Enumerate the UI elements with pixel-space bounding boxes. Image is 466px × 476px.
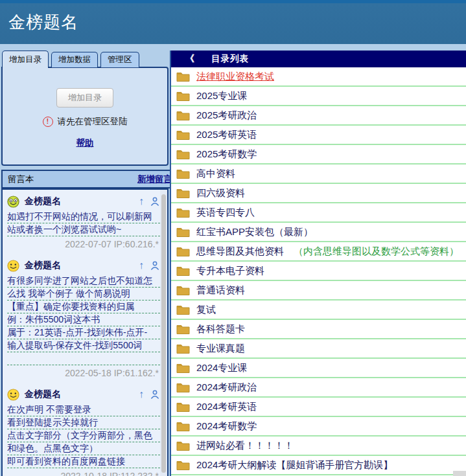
folder-icon: [176, 71, 190, 82]
message-author: 金榜题名: [25, 260, 61, 271]
directory-link[interactable]: 2025考研政治: [196, 109, 257, 122]
up-arrow-icon[interactable]: ↑: [139, 389, 144, 400]
directory-row[interactable]: 进网站必看！！！！！: [171, 436, 466, 456]
directory-link[interactable]: 红宝书APP安装包（最新）: [196, 226, 313, 238]
message-line: 点击文字部分（文字分两部分，黑色: [7, 429, 160, 442]
folder-icon: [176, 227, 190, 237]
tab-admin-area[interactable]: 管理区: [100, 52, 139, 67]
directory-row[interactable]: 2024考研政治: [171, 378, 466, 398]
directory-link[interactable]: 法律职业资格考试: [196, 71, 274, 83]
directory-row[interactable]: 2024考研英语: [171, 398, 466, 417]
directory-link[interactable]: 2025考研数学: [196, 148, 257, 161]
directory-row[interactable]: 2024考研大纲解读【腿姐背诵手册官方勘误】: [171, 456, 466, 475]
header-top-stripe: [0, 0, 466, 3]
message-item: 金榜题名↑如遇打不开网站的情况，可以刷新网站或者换一个浏览器试试哟~2022-0…: [7, 194, 160, 254]
tab-add-directory[interactable]: 增加目录: [2, 51, 49, 68]
directory-row[interactable]: 高中资料: [171, 164, 466, 184]
directory-note: （内含思维导图以及数学公式等资料）: [294, 245, 459, 258]
message-line: 即可看到资料的百度网盘链接: [7, 455, 160, 468]
directory-row[interactable]: 2025考研政治: [171, 106, 466, 126]
message-item: 金榜题名↑有很多同学进了网站之后也不知道怎么找 我举个例子 做个简易说明【重点】…: [7, 258, 160, 383]
directory-link[interactable]: 2024考研政治: [196, 381, 257, 394]
directory-link[interactable]: 专升本电子资料: [196, 265, 264, 277]
tab-add-data[interactable]: 增加数据: [51, 52, 98, 67]
directory-row[interactable]: 专升本电子资料: [171, 262, 466, 281]
message-scrollbar-thumb[interactable]: [161, 194, 166, 473]
directory-link[interactable]: 思维导图及其他资料: [196, 245, 284, 258]
message-line: [7, 352, 160, 365]
up-arrow-icon[interactable]: ↑: [139, 196, 144, 207]
user-icon[interactable]: [150, 389, 160, 400]
directory-link[interactable]: 2025考研英语: [196, 129, 257, 141]
directory-link[interactable]: 英语专四专八: [196, 207, 255, 219]
login-warning: ! 请先在管理区登陆: [3, 116, 167, 128]
message-line: 如遇打不开网站的情况，可以刷新网: [7, 210, 160, 223]
directory-link[interactable]: 专业课真题: [196, 343, 245, 355]
directory-row[interactable]: 复试: [171, 300, 466, 320]
directory-link[interactable]: 2024考研大纲解读【腿姐背诵手册官方勘误】: [196, 459, 393, 471]
new-message-link[interactable]: 新增留言: [137, 174, 172, 185]
message-scrollbar-track[interactable]: [160, 190, 167, 476]
directory-link[interactable]: 进网站必看！！！！！: [196, 440, 294, 452]
horizontal-scrollbar-thumb[interactable]: [453, 471, 466, 476]
directory-link[interactable]: 2024考研数学: [196, 420, 257, 433]
message-date: 2022-07-07 IP:60.216.*: [7, 236, 160, 254]
message-date: 2022-10-18 IP:112.232.*: [7, 468, 160, 476]
folder-icon: [176, 246, 190, 256]
user-icon[interactable]: [150, 196, 160, 207]
up-arrow-icon[interactable]: ↑: [139, 260, 144, 271]
directory-row[interactable]: 四六级资料: [171, 184, 466, 203]
folder-icon: [176, 168, 190, 179]
folder-icon: [176, 91, 190, 101]
warning-icon: !: [43, 117, 53, 127]
directory-row[interactable]: 2024考研数学: [171, 417, 466, 436]
collapse-icon[interactable]: 《: [185, 53, 194, 65]
directory-link[interactable]: 普通话资料: [196, 284, 245, 297]
folder-icon: [176, 421, 190, 431]
directory-link[interactable]: 高中资料: [196, 168, 235, 180]
directory-row[interactable]: 思维导图及其他资料（内含思维导图以及数学公式等资料）: [171, 242, 466, 262]
directory-row[interactable]: 普通话资料: [171, 281, 466, 300]
user-icon[interactable]: [150, 260, 160, 271]
message-line: 看到登陆提示关掉就行: [7, 416, 160, 429]
directory-row[interactable]: 2025专业课: [171, 87, 466, 106]
message-item: 金榜题名↑在次声明 不需要登录看到登陆提示关掉就行点击文字部分（文字分两部分，黑…: [7, 387, 160, 476]
tab-bar: 增加目录 增加数据 管理区: [2, 51, 142, 67]
message-board-panel: 金榜题名↑如遇打不开网站的情况，可以刷新网站或者换一个浏览器试试哟~2022-0…: [1, 188, 169, 476]
directory-row[interactable]: 专业课真题: [171, 339, 466, 359]
directory-panel: 《 目录列表 法律职业资格考试2025专业课2025考研政治2025考研英语20…: [170, 51, 466, 476]
directory-row[interactable]: 2025考研数学: [171, 145, 466, 164]
directory-link[interactable]: 复试: [196, 304, 216, 316]
directory-link[interactable]: 各科答题卡: [196, 323, 245, 335]
directory-list: 法律职业资格考试2025专业课2025考研政治2025考研英语2025考研数学高…: [171, 67, 466, 475]
directory-row[interactable]: 英语专四专八: [171, 203, 466, 223]
message-line: 站或者换一个浏览器试试哟~: [7, 223, 160, 236]
directory-row[interactable]: 各科答题卡: [171, 320, 466, 339]
message-board-title: 留言本: [8, 174, 34, 185]
directory-link[interactable]: 2024考研英语: [196, 401, 257, 413]
add-directory-button[interactable]: 增加目录: [56, 88, 113, 108]
message-header: 金榜题名↑: [7, 387, 160, 402]
folder-icon: [176, 285, 190, 295]
message-author: 金榜题名: [25, 389, 61, 400]
message-author: 金榜题名: [25, 196, 61, 207]
directory-link[interactable]: 2024专业课: [196, 362, 247, 374]
directory-row[interactable]: 2025考研英语: [171, 126, 466, 145]
directory-link[interactable]: 2025专业课: [196, 90, 247, 102]
directory-title: 目录列表: [211, 53, 249, 65]
folder-icon: [176, 130, 190, 140]
message-line: 属于：21英语-点开-找到朱伟-点开-: [7, 326, 160, 339]
directory-link[interactable]: 四六级资料: [196, 187, 245, 199]
directory-row[interactable]: 法律职业资格考试: [171, 67, 466, 87]
directory-row[interactable]: 2024专业课: [171, 359, 466, 378]
message-line: 和绿色。点黑色文字）: [7, 442, 160, 455]
site-title: 金榜题名: [8, 11, 78, 34]
message-header: 金榜题名↑: [7, 258, 160, 273]
message-line: 【重点】确定你要找资料的归属: [7, 300, 160, 313]
help-link[interactable]: 帮助: [76, 137, 94, 149]
yellow-smiley-icon: [7, 389, 19, 401]
folder-icon: [176, 363, 190, 373]
directory-row[interactable]: 红宝书APP安装包（最新）: [171, 223, 466, 242]
directory-header: 《 目录列表: [171, 51, 466, 67]
message-line: 输入提取码-保存文件-找到5500词: [7, 339, 160, 352]
